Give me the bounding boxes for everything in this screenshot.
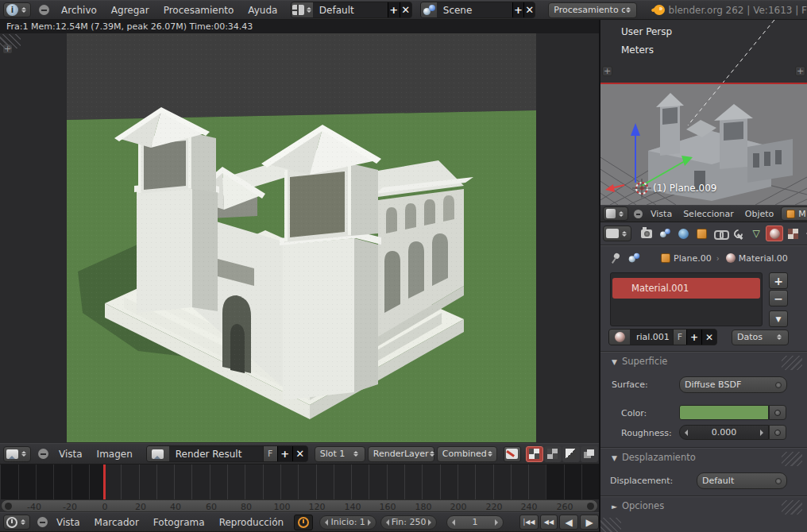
editor-type-selector[interactable]: [603, 226, 631, 241]
add-scene-button[interactable]: +: [512, 2, 523, 18]
image-datablock[interactable]: Render Result F + ✕: [146, 445, 308, 462]
color-node-button[interactable]: [769, 405, 786, 420]
decrement-arrow-icon[interactable]: [383, 519, 389, 526]
panel-drag-widget[interactable]: [782, 452, 802, 466]
fake-user-button[interactable]: F: [673, 330, 686, 345]
panel-header-desplazamiento[interactable]: ▼Desplazamiento: [612, 452, 696, 463]
menu-objeto[interactable]: Objeto: [739, 209, 780, 219]
increment-arrow-icon[interactable]: [428, 519, 434, 526]
editor-type-selector[interactable]: [3, 446, 31, 462]
panel-drag-widget[interactable]: [782, 500, 802, 515]
menu-ayuda[interactable]: Ayuda: [241, 5, 284, 16]
collapse-menus-icon[interactable]: [39, 5, 49, 15]
unlink-image-button[interactable]: ✕: [292, 446, 307, 462]
pin-icon[interactable]: [608, 251, 622, 265]
node-socket-icon[interactable]: [775, 382, 782, 388]
material-slot-list[interactable]: Material.001: [610, 272, 763, 326]
displacement-dropdown[interactable]: Default: [697, 472, 787, 489]
menu-seleccionar[interactable]: Seleccionar: [678, 209, 739, 219]
tab-material[interactable]: [766, 226, 783, 241]
increment-arrow-icon[interactable]: [495, 519, 501, 526]
tab-object-data[interactable]: ▽: [747, 226, 765, 241]
draw-mode-button[interactable]: [504, 446, 521, 462]
tab-modifiers[interactable]: [729, 226, 747, 241]
play-button[interactable]: ▶: [580, 515, 599, 530]
breadcrumb-object[interactable]: Plane.00: [674, 253, 712, 264]
image-name[interactable]: Render Result: [169, 446, 263, 462]
menu-procesamiento[interactable]: Procesamiento: [156, 5, 241, 16]
start-frame-field[interactable]: Inicio: 1: [319, 515, 376, 530]
screen-layout-button[interactable]: [292, 2, 312, 18]
editor-type-selector[interactable]: [3, 515, 30, 530]
increment-arrow-icon[interactable]: [760, 430, 766, 436]
close-scene-button[interactable]: ✕: [523, 2, 535, 18]
panel-header-superficie[interactable]: ▼Superficie: [612, 356, 667, 367]
area-resize-corner[interactable]: [0, 34, 21, 48]
renderlayer-dropdown[interactable]: RenderLayer: [368, 446, 434, 462]
breadcrumb-material[interactable]: Material.00: [739, 253, 788, 264]
decrement-arrow-icon[interactable]: [449, 519, 455, 526]
add-slot-button[interactable]: +: [769, 272, 788, 289]
decrement-arrow-icon[interactable]: [682, 430, 688, 436]
playhead[interactable]: [103, 465, 106, 499]
mode-dropdown[interactable]: M: [781, 206, 807, 221]
jump-to-start-button[interactable]: |◀◀: [519, 515, 539, 530]
add-layout-button[interactable]: +: [388, 2, 400, 18]
viewport-3d[interactable]: User Persp Meters (1) Plane.009 + +: [600, 20, 807, 205]
tab-scene[interactable]: [656, 226, 674, 241]
fake-user-button[interactable]: F: [263, 446, 277, 462]
tab-particles[interactable]: [802, 226, 807, 241]
link-mode-dropdown[interactable]: Datos: [732, 330, 789, 345]
channel-z-button[interactable]: [581, 446, 598, 462]
menu-archivo[interactable]: Archivo: [54, 5, 104, 16]
region-expand-icon[interactable]: +: [795, 66, 805, 76]
surface-dropdown[interactable]: Diffuse BSDF: [679, 376, 787, 393]
material-name-field[interactable]: rial.001: [630, 330, 673, 345]
node-socket-icon[interactable]: [775, 478, 782, 484]
channel-color-alpha-button[interactable]: [544, 446, 562, 462]
increment-arrow-icon[interactable]: [368, 519, 374, 526]
play-reverse-button[interactable]: ◀: [559, 515, 578, 530]
close-layout-button[interactable]: ✕: [400, 2, 411, 18]
collapse-menus-icon[interactable]: [37, 517, 48, 527]
editor-type-selector[interactable]: i: [3, 2, 31, 17]
color-swatch[interactable]: [679, 405, 769, 420]
current-frame-field[interactable]: 1: [446, 515, 504, 530]
channel-color-button[interactable]: [526, 446, 543, 462]
collapse-menus-icon[interactable]: [634, 210, 643, 218]
image-browse-button[interactable]: [147, 446, 169, 462]
timeline-track[interactable]: [0, 465, 599, 499]
menu-vista[interactable]: Vista: [52, 449, 90, 460]
slot-dropdown[interactable]: Slot 1: [315, 446, 365, 462]
panel-drag-widget[interactable]: [782, 356, 802, 370]
editor-type-selector[interactable]: [603, 206, 628, 221]
menu-vista[interactable]: Vista: [49, 517, 87, 528]
tab-world[interactable]: [674, 226, 692, 241]
tab-constraints[interactable]: [711, 226, 728, 241]
roughness-slider[interactable]: 0.000: [679, 425, 769, 440]
scene-browse-button[interactable]: [421, 2, 437, 18]
roughness-node-button[interactable]: [769, 425, 786, 440]
previous-keyframe-button[interactable]: ◀◀: [540, 515, 558, 530]
timeline-scrollbar[interactable]: -40 -20 0 20 40 60 80 100 120 140 160 18…: [1, 499, 598, 512]
render-engine-dropdown[interactable]: Procesamiento c: [548, 2, 637, 18]
region-expand-icon[interactable]: +: [602, 66, 612, 76]
menu-agregar[interactable]: Agregar: [104, 5, 156, 16]
scene-selector[interactable]: Scene + ✕: [420, 2, 536, 18]
menu-reproduccion[interactable]: Reproducción: [212, 517, 292, 528]
menu-marcador[interactable]: Marcador: [87, 517, 146, 528]
screen-layout-selector[interactable]: Default + ✕: [291, 2, 411, 18]
collapse-menus-icon[interactable]: [38, 449, 48, 459]
channel-alpha-button[interactable]: [562, 446, 580, 462]
menu-imagen[interactable]: Imagen: [90, 449, 140, 460]
tab-texture[interactable]: [784, 226, 801, 241]
end-frame-field[interactable]: Fin: 250: [380, 515, 437, 530]
menu-fotograma[interactable]: Fotograma: [146, 517, 212, 528]
menu-vista[interactable]: Vista: [645, 209, 678, 219]
area-resize-corner[interactable]: [600, 518, 621, 532]
new-image-button[interactable]: +: [277, 446, 292, 462]
material-slot-selected[interactable]: Material.001: [612, 278, 760, 299]
tab-object[interactable]: [693, 226, 710, 241]
renderpass-dropdown[interactable]: Combined: [437, 446, 497, 462]
unlink-material-button[interactable]: ✕: [701, 330, 716, 345]
